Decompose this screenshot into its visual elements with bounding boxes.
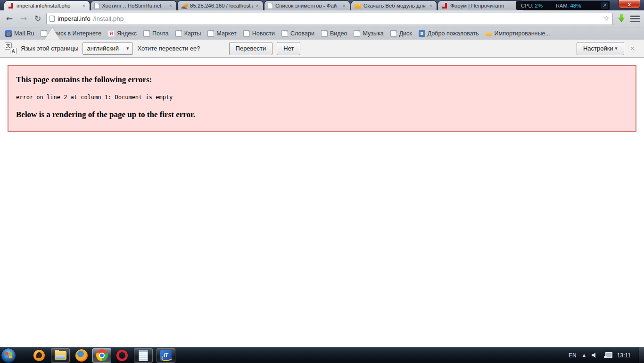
network-icon[interactable]: [604, 352, 611, 358]
translate-button[interactable]: Перевести: [229, 42, 273, 55]
mailru-icon: @: [5, 30, 12, 37]
tab-title: Хостинг :: HoStimRu.net: [102, 3, 166, 8]
bookmark-vk-welcome[interactable]: В Добро пожаловать: [415, 30, 482, 37]
folder-icon: [486, 30, 492, 37]
tab-close-icon[interactable]: ×: [342, 3, 347, 9]
clock[interactable]: 13:11: [617, 352, 631, 359]
forward-button[interactable]: →: [18, 15, 29, 23]
tab-title: imperal.info/install.php: [17, 3, 79, 8]
tab-phpmyadmin[interactable]: 85.25.246.160 / localhost / ×: [177, 0, 264, 10]
notepad-icon: [139, 350, 148, 361]
bookmark-label: Маркет: [216, 30, 236, 37]
bookmark-dictionaries[interactable]: Словари: [278, 30, 318, 37]
taskbar-item-chrome[interactable]: [92, 348, 111, 363]
tab-close-icon[interactable]: ×: [429, 3, 433, 9]
settings-label: Настройки: [583, 45, 613, 52]
tab-download-module[interactable]: Скачать Веб модуль для ×: [351, 0, 437, 10]
bookmark-yandex[interactable]: Я Яндекс: [105, 30, 140, 37]
url-path: /install.php: [93, 15, 124, 22]
bookmark-imported-folder[interactable]: Импортированные...: [482, 30, 553, 37]
bookmark-music[interactable]: Музыка: [350, 30, 387, 37]
taskbar-item-explorer[interactable]: [51, 348, 70, 363]
error-heading: This page contains the following errors:: [16, 75, 628, 84]
bookmark-label: Словари: [290, 30, 314, 37]
language-indicator[interactable]: EN: [569, 352, 577, 359]
download-extension-icon[interactable]: [617, 14, 626, 24]
taskbar-item-player[interactable]: [32, 348, 46, 363]
language-dropdown[interactable]: английский ▼: [83, 42, 133, 55]
tab-hosting[interactable]: Хостинг :: HoStimRu.net ×: [91, 0, 177, 10]
error-detail: error on line 2 at column 1: Document is…: [16, 94, 628, 101]
no-button[interactable]: Нет: [277, 42, 300, 55]
bookmark-disk[interactable]: Диск: [387, 30, 415, 37]
bookmark-label: Новости: [252, 30, 275, 37]
bookmark-market[interactable]: Маркет: [204, 30, 239, 37]
bookmark-label: Импортированные...: [495, 30, 550, 37]
bookmark-news[interactable]: Новости: [240, 30, 278, 37]
volume-icon[interactable]: [592, 352, 598, 358]
cpu-value: 2%: [535, 3, 543, 8]
bookmark-label: Почта: [152, 30, 169, 37]
page-icon: [268, 3, 273, 9]
chrome-icon: [96, 349, 108, 361]
xml-parse-error-box: This page contains the following errors:…: [8, 65, 636, 132]
bookmark-maps[interactable]: Карты: [172, 30, 205, 37]
page-icon: [94, 3, 99, 9]
start-button[interactable]: [1, 348, 16, 363]
page-icon: [281, 30, 288, 37]
language-value: английский: [87, 45, 119, 52]
it-app-icon: IT: [160, 350, 172, 361]
translate-infobar: 文 A Язык этой страницы английский ▼ Хоти…: [0, 40, 644, 58]
bookmark-label: Добро пожаловать: [428, 30, 479, 37]
tab-title: 85.25.246.160 / localhost /: [190, 3, 253, 8]
tab-close-icon[interactable]: ×: [168, 3, 173, 9]
back-button[interactable]: ←: [4, 15, 15, 23]
reload-button[interactable]: ↻: [32, 15, 43, 23]
bookmark-label: Карты: [184, 30, 201, 37]
bookmark-label: Видео: [330, 30, 347, 37]
window-close-button[interactable]: x: [619, 0, 640, 8]
page-icon: [354, 30, 360, 37]
translate-icon: 文 A: [5, 42, 17, 54]
bookmark-label: Музыка: [363, 30, 383, 37]
page-icon: [143, 30, 150, 37]
bookmark-mailru[interactable]: @ Mail.Ru: [2, 30, 37, 37]
tab-imperal-install[interactable]: imperal.info/install.php ×: [4, 0, 90, 10]
folder-star-icon: [355, 2, 361, 9]
page-icon: [390, 30, 397, 37]
chrome-menu-icon[interactable]: [630, 15, 640, 23]
gadget-expand-icon[interactable]: ↗: [601, 2, 608, 9]
tab-title: Форум | Непрочитанн: [450, 3, 520, 8]
ram-label: RAM:: [556, 3, 569, 8]
url-host: imperal.info: [58, 15, 91, 22]
chevron-down-icon: ▼: [615, 47, 617, 51]
tab-title: Скачать Веб модуль для: [363, 3, 426, 8]
ram-value: 48%: [570, 3, 581, 8]
tab-forum[interactable]: Форум | Непрочитанн: [438, 0, 524, 10]
infobar-close-icon[interactable]: ×: [630, 45, 635, 52]
show-desktop-button[interactable]: [639, 347, 644, 363]
settings-button[interactable]: Настройки ▼: [577, 42, 624, 55]
cms-logo-icon: [8, 2, 14, 9]
tab-element-list[interactable]: Список элиментов - Фай ×: [264, 0, 350, 10]
taskbar-item-notepad[interactable]: [134, 348, 153, 363]
taskbar-item-firefox[interactable]: [74, 348, 89, 363]
tab-close-icon[interactable]: ×: [255, 3, 260, 9]
bookmark-mail[interactable]: Почта: [140, 30, 172, 37]
error-subheading: Below is a rendering of the page up to t…: [16, 110, 628, 119]
taskbar-item-it-app[interactable]: IT: [157, 348, 175, 363]
tab-title: Список элиментов - Фай: [275, 3, 339, 8]
opera-icon: [116, 350, 128, 361]
tab-strip: imperal.info/install.php × Хостинг :: Ho…: [0, 0, 644, 10]
bookmark-video[interactable]: Видео: [318, 30, 351, 37]
taskbar-item-opera[interactable]: [115, 348, 129, 363]
bookmark-star-icon[interactable]: ☆: [603, 15, 610, 22]
firefox-icon: [75, 349, 88, 362]
address-bar[interactable]: imperal.info /install.php ☆: [46, 13, 613, 25]
page-icon: [175, 30, 182, 37]
cpu-label: CPU:: [521, 3, 533, 8]
windows-flag-icon: [5, 352, 12, 358]
tab-close-icon[interactable]: ×: [82, 3, 86, 9]
hidden-icons-arrow[interactable]: ▲: [583, 353, 586, 357]
chevron-down-icon: ▼: [126, 47, 129, 51]
